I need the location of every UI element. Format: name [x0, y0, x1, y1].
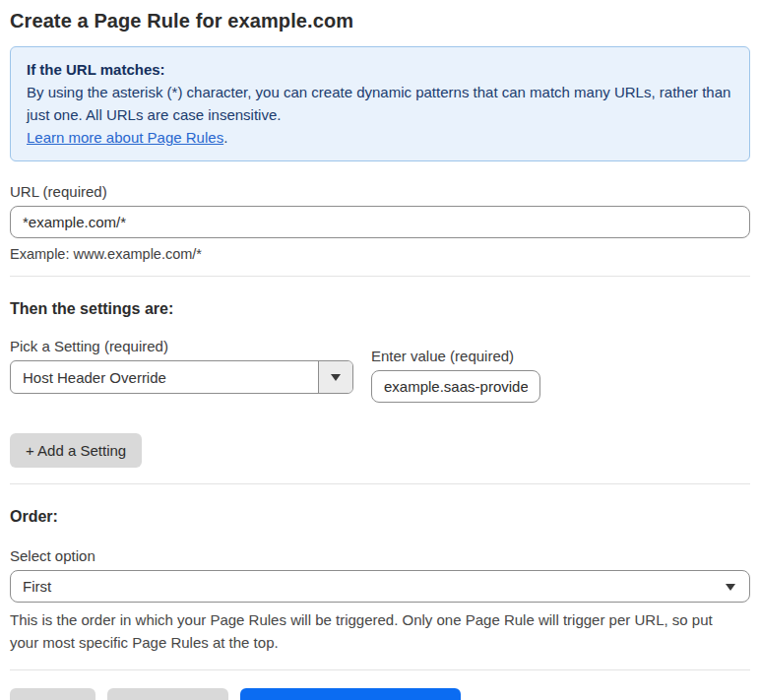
divider — [10, 483, 750, 484]
settings-section-heading: Then the settings are: — [10, 300, 750, 318]
create-page-rule-form: Create a Page Rule for example.com If th… — [0, 0, 760, 700]
order-selected-value: First — [23, 578, 51, 595]
pick-setting-dropdown-button[interactable] — [318, 361, 352, 393]
link-period: . — [223, 129, 227, 146]
url-example-text: Example: www.example.com/* — [10, 246, 750, 262]
order-select[interactable]: First — [10, 570, 750, 603]
pick-setting-select[interactable]: Host Header Override — [10, 360, 353, 394]
info-box-link-line: Learn more about Page Rules. — [27, 126, 733, 149]
order-select-label: Select option — [10, 547, 750, 564]
setting-value-input[interactable] — [371, 370, 540, 403]
url-input[interactable] — [10, 206, 750, 238]
learn-more-link[interactable]: Learn more about Page Rules — [27, 129, 223, 146]
url-match-info-box: If the URL matches: By using the asteris… — [10, 46, 750, 161]
chevron-down-icon — [726, 584, 735, 591]
save-and-deploy-button[interactable]: Save and Deploy Page Rule — [240, 688, 461, 700]
info-box-body: By using the asterisk (*) character, you… — [27, 81, 733, 126]
add-setting-button[interactable]: + Add a Setting — [10, 433, 142, 468]
order-help-text: This is the order in which your Page Rul… — [10, 609, 740, 654]
page-title: Create a Page Rule for example.com — [10, 10, 750, 32]
footer-actions: Cancel Save as Draft Save and Deploy Pag… — [10, 688, 750, 700]
divider — [10, 276, 750, 277]
info-box-heading: If the URL matches: — [27, 58, 733, 81]
enter-value-column: Enter value (required) — [371, 338, 540, 403]
chevron-down-icon — [331, 374, 341, 381]
cancel-button[interactable]: Cancel — [10, 688, 95, 700]
enter-value-label: Enter value (required) — [371, 348, 540, 364]
save-as-draft-button[interactable]: Save as Draft — [107, 688, 228, 700]
pick-setting-column: Pick a Setting (required) Host Header Ov… — [10, 338, 353, 403]
order-section-heading: Order: — [10, 508, 750, 526]
pick-setting-label: Pick a Setting (required) — [10, 338, 353, 354]
info-box-body-text: By using the asterisk (*) character, you… — [27, 84, 730, 123]
divider — [10, 669, 750, 670]
url-field-label: URL (required) — [10, 183, 750, 200]
pick-setting-selected-value: Host Header Override — [11, 361, 318, 393]
settings-row: Pick a Setting (required) Host Header Ov… — [10, 338, 750, 403]
